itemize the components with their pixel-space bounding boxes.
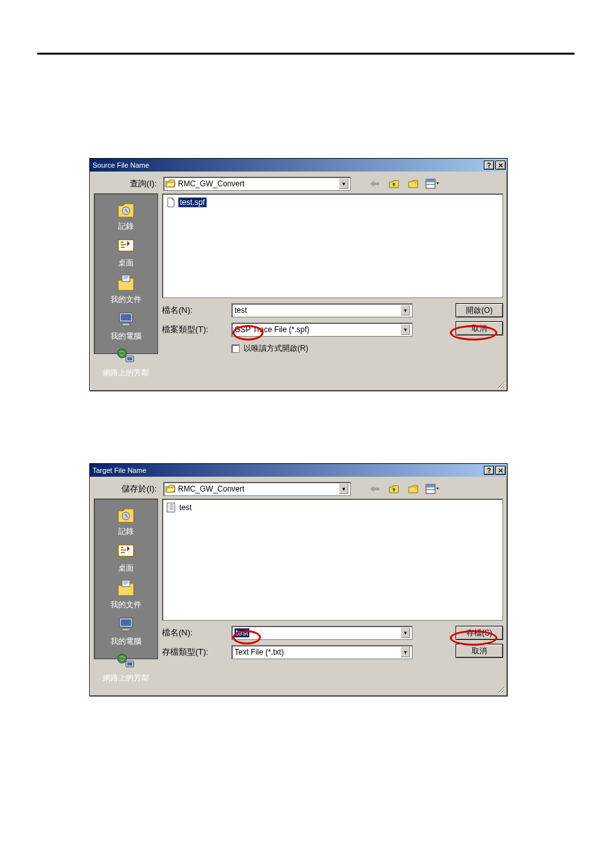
dialog-body: 記錄 桌面 我的文件 我的電腦 — [90, 193, 507, 354]
save-button[interactable]: 存檔(S) — [456, 626, 503, 640]
help-button[interactable]: ? — [484, 161, 494, 170]
svg-rect-8 — [121, 314, 131, 321]
filetype-value: GSP Trace File (*.spf) — [233, 325, 400, 334]
history-icon — [116, 199, 136, 220]
close-button[interactable]: ✕ — [495, 466, 506, 475]
sidebar-network[interactable]: 網路上的芳鄰 — [103, 344, 149, 380]
savein-label: 儲存於(I): — [94, 483, 161, 495]
cancel-button[interactable]: 取消 — [456, 644, 503, 658]
network-icon — [116, 346, 136, 366]
dialog-title: Target File Name — [93, 466, 484, 474]
new-folder-icon[interactable] — [406, 177, 420, 191]
dropdown-arrow-icon[interactable]: ▼ — [400, 646, 411, 658]
action-buttons: 存檔(S) 取消 — [456, 626, 503, 659]
svg-rect-16 — [426, 484, 435, 486]
file-list[interactable]: test.spf — [162, 193, 503, 298]
sidebar-mycomputer[interactable]: 我的電腦 — [111, 308, 141, 343]
svg-point-27 — [168, 504, 168, 505]
readonly-row: 以唯讀方式開啟(R) — [231, 343, 425, 354]
titlebar-buttons: ? ✕ — [484, 161, 506, 170]
history-icon — [116, 504, 136, 525]
sidebar-mydocs-label: 我的文件 — [111, 294, 141, 305]
new-folder-icon[interactable] — [406, 482, 420, 496]
dropdown-arrow-icon[interactable]: ▼ — [400, 305, 411, 316]
sidebar-desktop[interactable]: 桌面 — [116, 235, 136, 270]
filetype-value: Text File (*.txt) — [233, 648, 400, 657]
up-folder-icon[interactable] — [387, 482, 401, 496]
filename-combo[interactable]: test ▼ — [231, 303, 413, 317]
sidebar-mycomputer-label: 我的電腦 — [111, 636, 141, 647]
dropdown-arrow-icon[interactable]: ▼ — [400, 627, 411, 639]
dropdown-arrow-icon[interactable]: ▼ — [339, 178, 349, 190]
svg-rect-22 — [122, 628, 130, 631]
toolbar — [368, 177, 440, 191]
up-folder-icon[interactable] — [387, 177, 401, 191]
sidebar-mydocs-label: 我的文件 — [111, 599, 141, 610]
dialog-body: 記錄 桌面 我的文件 我的電腦 — [90, 499, 507, 659]
mycomputer-icon — [116, 614, 136, 635]
help-button[interactable]: ? — [484, 466, 494, 475]
filetype-combo[interactable]: GSP Trace File (*.spf) ▼ — [231, 323, 413, 337]
sidebar-mydocs[interactable]: 我的文件 — [111, 576, 141, 612]
filetype-row: 檔案類型(T): GSP Trace File (*.spf) ▼ — [162, 323, 425, 337]
svg-rect-25 — [127, 662, 132, 666]
filetype-combo[interactable]: Text File (*.txt) ▼ — [231, 645, 413, 659]
dropdown-arrow-icon[interactable]: ▼ — [339, 483, 349, 495]
network-icon — [116, 651, 136, 671]
close-button[interactable]: ✕ — [495, 161, 506, 170]
svg-rect-21 — [121, 619, 131, 626]
file-list[interactable]: test — [162, 499, 503, 621]
filetype-label: 檔案類型(T): — [162, 324, 231, 335]
sidebar-mycomputer[interactable]: 我的電腦 — [111, 613, 141, 648]
open-button[interactable]: 開啟(O) — [456, 303, 503, 317]
file-item[interactable]: test — [165, 502, 194, 513]
lookin-label: 查詢(I): — [94, 178, 161, 190]
page-divider — [37, 53, 574, 55]
save-file-dialog: Target File Name ? ✕ 儲存於(I): RMC_GW_Conv… — [89, 463, 508, 696]
back-icon[interactable] — [368, 177, 382, 191]
cancel-button[interactable]: 取消 — [456, 321, 503, 335]
lookin-row: 查詢(I): RMC_GW_Convert ▼ — [90, 172, 507, 193]
open-file-dialog: Source File Name ? ✕ 查詢(I): RMC_GW_Conve… — [89, 158, 508, 391]
filename-row: 檔名(N): test ▼ — [162, 626, 425, 640]
resize-grip-icon[interactable] — [497, 686, 506, 695]
svg-rect-12 — [127, 357, 132, 360]
resize-grip-icon[interactable] — [497, 380, 506, 389]
file-icon — [166, 197, 175, 208]
file-item[interactable]: test.spf — [165, 197, 208, 208]
savein-dropdown[interactable]: RMC_GW_Convert ▼ — [163, 482, 351, 496]
savein-row: 儲存於(I): RMC_GW_Convert ▼ — [90, 477, 507, 499]
sidebar-network-label: 網路上的芳鄰 — [103, 368, 149, 378]
filename-label: 檔名(N): — [162, 627, 231, 639]
filename-value: test — [233, 306, 400, 315]
sidebar-desktop-label: 桌面 — [118, 258, 134, 269]
sidebar-desktop-label: 桌面 — [118, 563, 134, 574]
filetype-row: 存檔類型(T): Text File (*.txt) ▼ — [162, 645, 425, 659]
svg-point-28 — [168, 506, 168, 507]
dropdown-arrow-icon[interactable]: ▼ — [400, 324, 411, 335]
desktop-icon — [116, 541, 136, 562]
sidebar-history[interactable]: 記錄 — [116, 503, 136, 538]
sidebar-network[interactable]: 網路上的芳鄰 — [103, 650, 149, 685]
open-folder-icon — [165, 484, 175, 493]
sidebar-history[interactable]: 記錄 — [116, 198, 136, 233]
back-icon[interactable] — [368, 482, 382, 496]
filename-combo[interactable]: test ▼ — [231, 626, 413, 640]
places-sidebar: 記錄 桌面 我的文件 我的電腦 — [94, 193, 158, 354]
svg-rect-3 — [426, 179, 435, 181]
titlebar-buttons: ? ✕ — [484, 466, 506, 475]
toolbar — [368, 482, 440, 496]
lookin-dropdown[interactable]: RMC_GW_Convert ▼ — [163, 177, 351, 191]
file-item-label: test.spf — [178, 197, 207, 208]
sidebar-network-label: 網路上的芳鄰 — [103, 673, 149, 684]
readonly-checkbox[interactable] — [231, 344, 240, 353]
views-icon[interactable] — [425, 177, 440, 191]
svg-point-29 — [168, 508, 168, 509]
file-item-label: test — [178, 503, 193, 512]
sidebar-mydocs[interactable]: 我的文件 — [111, 271, 141, 306]
sidebar-desktop[interactable]: 桌面 — [116, 540, 136, 575]
dialog-title: Source File Name — [93, 161, 484, 169]
sidebar-mycomputer-label: 我的電腦 — [111, 331, 141, 342]
places-sidebar: 記錄 桌面 我的文件 我的電腦 — [94, 499, 158, 659]
views-icon[interactable] — [425, 482, 440, 496]
